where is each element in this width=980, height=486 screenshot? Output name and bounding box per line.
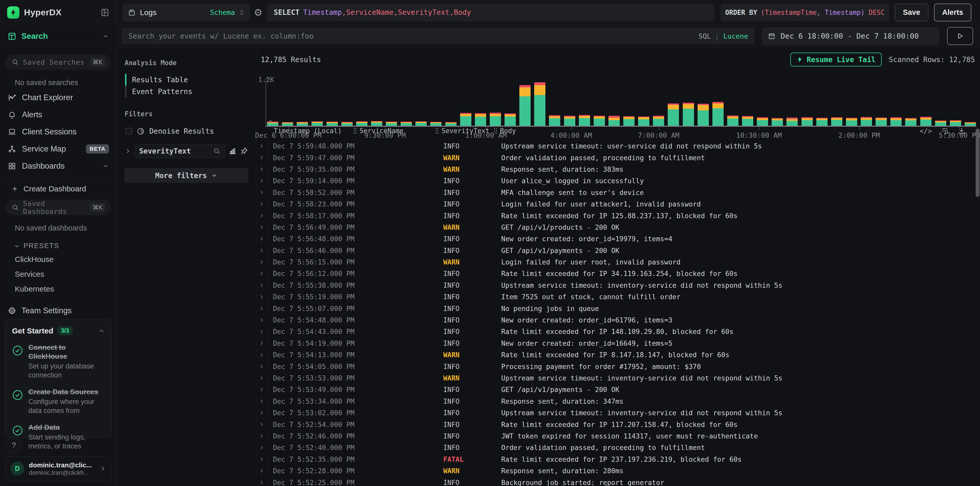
expand-row-icon[interactable]: [259, 456, 264, 462]
table-row[interactable]: Dec 7 5:52:28.000 PMWARNResponse sent, d…: [256, 465, 980, 476]
expand-row-icon[interactable]: [259, 445, 264, 451]
expand-row-icon[interactable]: [259, 178, 264, 184]
more-filters-button[interactable]: More filters: [125, 168, 248, 183]
expand-row-icon[interactable]: [259, 375, 264, 381]
table-row[interactable]: Dec 7 5:56:15.000 PMWARNLogin failed for…: [256, 256, 980, 268]
table-row[interactable]: Dec 7 5:53:49.000 PMINFOGET /api/v1/paym…: [256, 384, 980, 395]
table-row[interactable]: Dec 7 5:55:19.000 PMINFOItem 7525 out of…: [256, 291, 980, 303]
histogram-bar[interactable]: [713, 102, 724, 126]
expand-row-icon[interactable]: [259, 317, 264, 323]
table-row[interactable]: Dec 7 5:52:54.000 PMINFORate limit excee…: [256, 419, 980, 430]
order-by-input[interactable]: ORDER BY (TimestampTime, Timestamp) DESC: [721, 3, 889, 21]
expand-row-icon[interactable]: [259, 306, 264, 311]
download-icon[interactable]: [958, 127, 966, 135]
table-row[interactable]: Dec 7 5:56:12.000 PMINFORate limit excee…: [256, 268, 980, 279]
expand-row-icon[interactable]: [259, 190, 264, 195]
expand-row-icon[interactable]: [259, 201, 264, 207]
source-settings-gear-icon[interactable]: ⚙: [254, 7, 262, 18]
table-row[interactable]: Dec 7 5:54:48.000 PMINFONew order create…: [256, 314, 980, 326]
preset-dashboard-kubernetes[interactable]: Kubernetes: [0, 280, 117, 294]
table-row[interactable]: Dec 7 5:56:46.000 PMINFOGET /api/v1/paym…: [256, 245, 980, 256]
save-button[interactable]: Save: [895, 3, 928, 21]
saved-dashboards-input[interactable]: Saved Dashboards ⌘K: [6, 200, 111, 215]
get-started-step-add-data[interactable]: Add Data Start sending logs, metrics, or…: [12, 423, 105, 451]
sidebar-item-search[interactable]: Search: [0, 25, 117, 48]
table-row[interactable]: Dec 7 5:54:05.000 PMINFOProcessing payme…: [256, 360, 980, 372]
text-wrap-icon[interactable]: [941, 127, 949, 135]
preset-dashboard-services[interactable]: Services: [0, 265, 117, 280]
table-row[interactable]: Dec 7 5:59:48.000 PMINFOUpstream service…: [256, 140, 980, 152]
expand-row-icon[interactable]: [259, 387, 264, 392]
histogram-bar[interactable]: [519, 85, 531, 126]
select-query-input[interactable]: SELECT Timestamp,ServiceName,SeverityTex…: [267, 3, 714, 21]
table-row[interactable]: Dec 7 5:52:35.000 PMFATALRate limit exce…: [256, 454, 980, 465]
severity-filter-search[interactable]: SeverityText: [135, 144, 225, 158]
run-query-button[interactable]: [947, 27, 973, 45]
expand-row-icon[interactable]: [259, 468, 264, 474]
expand-row-icon[interactable]: [259, 352, 264, 358]
get-started-step-sources[interactable]: Create Data Sources Configure where your…: [12, 387, 105, 415]
code-view-icon[interactable]: </>: [920, 127, 932, 135]
table-row[interactable]: Dec 7 5:59:35.000 PMWARNResponse sent, d…: [256, 164, 980, 175]
alerts-button[interactable]: Alerts: [934, 3, 971, 21]
expand-row-icon[interactable]: [259, 340, 264, 346]
table-row[interactable]: Dec 7 5:56:49.000 PMWARNGET /api/v1/prod…: [256, 221, 980, 233]
create-dashboard-button[interactable]: Create Dashboard: [0, 178, 117, 193]
user-menu[interactable]: D dominic.tran@clic... dominic.tran@clic…: [5, 456, 112, 481]
table-row[interactable]: Dec 7 5:56:48.000 PMINFONew order create…: [256, 233, 980, 245]
sidebar-item-client-sessions[interactable]: Client Sessions: [0, 123, 117, 140]
expand-row-icon[interactable]: [259, 363, 264, 369]
expand-row-icon[interactable]: [259, 236, 264, 242]
histogram-bar[interactable]: [698, 104, 709, 126]
table-row[interactable]: Dec 7 5:53:34.000 PMINFOResponse sent, d…: [256, 395, 980, 407]
table-row[interactable]: Dec 7 5:55:38.000 PMINFOUpstream service…: [256, 280, 980, 291]
vertical-scrollbar[interactable]: [976, 129, 980, 197]
chart-toggle-icon[interactable]: [228, 147, 237, 155]
table-row[interactable]: Dec 7 5:53:02.000 PMINFOUpstream service…: [256, 407, 980, 419]
chevron-up-icon[interactable]: [102, 33, 109, 40]
table-row[interactable]: Dec 7 5:58:52.000 PMINFOMFA challenge se…: [256, 187, 980, 198]
denoise-checkbox[interactable]: [125, 128, 132, 135]
table-row[interactable]: Dec 7 5:54:13.000 PMWARNRate limit excee…: [256, 349, 980, 360]
table-row[interactable]: Dec 7 5:53:53.000 PMWARNUpstream service…: [256, 372, 980, 384]
table-row[interactable]: Dec 7 5:59:47.000 PMWARNOrder validation…: [256, 152, 980, 163]
column-header-servicename[interactable]: ServiceName: [353, 127, 435, 135]
table-row[interactable]: Dec 7 5:52:46.000 PMINFOJWT token expire…: [256, 430, 980, 442]
pin-icon[interactable]: [240, 147, 248, 155]
table-row[interactable]: Dec 7 5:52:40.000 PMINFOOrder validation…: [256, 442, 980, 453]
expand-row-icon[interactable]: [259, 398, 264, 404]
event-search-input[interactable]: Search your events w/ Lucene ex. column:…: [122, 28, 755, 44]
expand-row-icon[interactable]: [259, 143, 264, 149]
expand-row-icon[interactable]: [259, 294, 264, 300]
help-button[interactable]: ?: [6, 437, 22, 453]
column-header-body[interactable]: Body: [493, 127, 920, 135]
expand-row-icon[interactable]: [259, 433, 264, 439]
chevron-up-icon[interactable]: [102, 163, 109, 169]
mode-sql[interactable]: SQL: [698, 32, 711, 40]
table-row[interactable]: Dec 7 5:59:14.000 PMINFOUser alice_w log…: [256, 175, 980, 186]
table-row[interactable]: Dec 7 5:54:43.000 PMINFORate limit excee…: [256, 326, 980, 337]
get-started-step-connect[interactable]: Connect to ClickHouse Set up your databa…: [12, 343, 105, 380]
sidebar-item-team-settings[interactable]: Team Settings: [0, 294, 117, 316]
date-range-picker[interactable]: 1 Dec 6 18:00:00 - Dec 7 18:00:00: [762, 27, 940, 45]
expand-row-icon[interactable]: [259, 422, 264, 427]
histogram-bar[interactable]: [534, 82, 546, 126]
table-row[interactable]: Dec 7 5:54:19.000 PMINFONew order create…: [256, 338, 980, 349]
expand-row-icon[interactable]: [259, 248, 264, 253]
sidebar-item-alerts[interactable]: Alerts: [0, 106, 117, 123]
mode-lucene[interactable]: Lucene: [723, 32, 748, 40]
sidebar-collapse-icon[interactable]: [100, 8, 110, 17]
sidebar-item-service-map[interactable]: Service Map BETA: [0, 140, 117, 158]
sidebar-item-chart-explorer[interactable]: Chart Explorer: [0, 89, 117, 106]
expand-row-icon[interactable]: [259, 282, 264, 288]
mode-event-patterns[interactable]: Event Patterns: [125, 86, 248, 97]
expand-row-icon[interactable]: [259, 166, 264, 172]
expand-row-icon[interactable]: [259, 224, 264, 230]
sidebar-item-dashboards[interactable]: Dashboards: [0, 158, 117, 175]
preset-dashboard-clickhouse[interactable]: ClickHouse: [0, 250, 117, 265]
histogram-bar[interactable]: [668, 104, 679, 126]
histogram-bars[interactable]: [267, 80, 976, 126]
table-row[interactable]: Dec 7 5:58:23.000 PMINFOLogin failed for…: [256, 198, 980, 210]
table-row[interactable]: Dec 7 5:52:25.000 PMINFOBackground job s…: [256, 476, 980, 486]
presets-toggle[interactable]: PRESETS: [0, 234, 117, 250]
